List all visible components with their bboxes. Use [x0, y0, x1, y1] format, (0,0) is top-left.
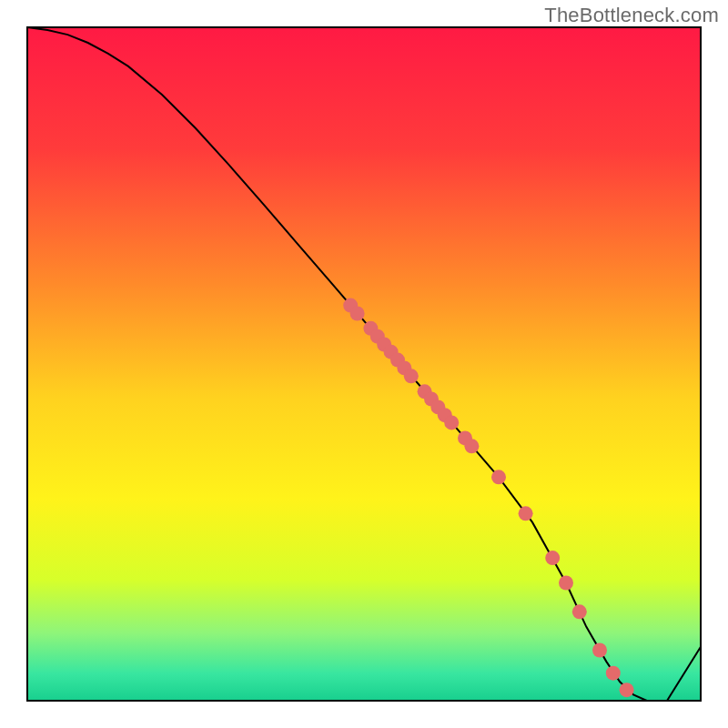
- data-point: [620, 682, 634, 697]
- bottleneck-chart: [0, 0, 728, 728]
- data-point: [572, 604, 587, 619]
- data-point: [592, 643, 607, 658]
- data-point: [444, 415, 459, 430]
- data-point: [404, 369, 419, 383]
- data-point: [350, 307, 365, 321]
- data-point: [606, 666, 621, 681]
- data-point: [545, 551, 560, 565]
- data-point: [519, 506, 533, 521]
- data-point: [559, 576, 573, 591]
- data-point: [491, 470, 506, 484]
- data-point: [464, 439, 479, 453]
- gradient-background: [27, 27, 701, 701]
- chart-container: TheBottleneck.com: [0, 0, 728, 728]
- watermark-text: TheBottleneck.com: [544, 4, 719, 27]
